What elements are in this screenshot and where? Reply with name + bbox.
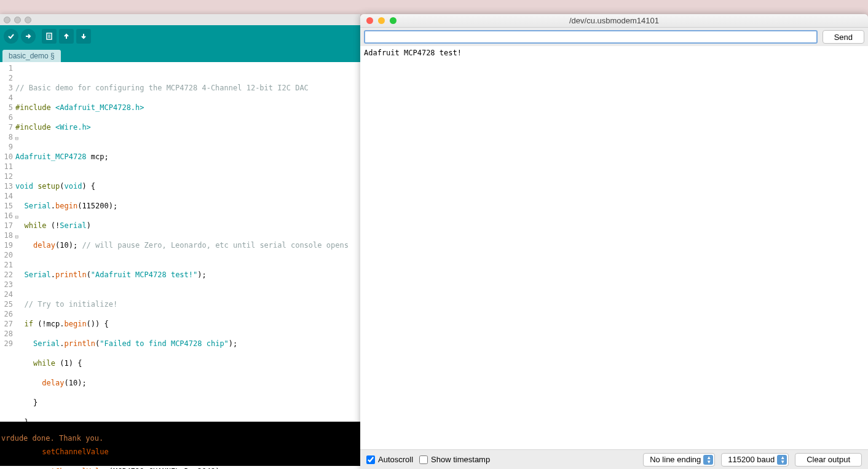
minimize-button[interactable]: [14, 17, 21, 23]
line-number: 4: [0, 93, 13, 103]
save-button[interactable]: [76, 29, 91, 44]
arrow-down-icon: [79, 32, 88, 41]
line-number: 22: [0, 270, 13, 280]
serial-input[interactable]: [364, 30, 818, 44]
close-button[interactable]: [4, 17, 10, 23]
arduino-tabbar: basic_demo §: [0, 47, 360, 62]
serial-titlebar[interactable]: /dev/cu.usbmodem14101: [360, 14, 868, 28]
check-icon: [7, 32, 15, 41]
autoscroll-checkbox-wrap[interactable]: Autoscroll: [366, 455, 413, 464]
autoscroll-label: Autoscroll: [378, 455, 413, 464]
clear-output-button[interactable]: Clear output: [795, 453, 862, 467]
close-button[interactable]: [366, 17, 373, 24]
sketch-tab[interactable]: basic_demo §: [2, 50, 61, 62]
serial-output[interactable]: Adafruit MCP4728 test!: [360, 46, 868, 449]
arrow-right-icon: [24, 32, 33, 41]
chevron-updown-icon: ▲▼: [706, 455, 711, 464]
arduino-ide-window: basic_demo § 1 2 3 4 5 6 7 8⊟ 9 10 11 12…: [0, 14, 360, 469]
fold-icon[interactable]: ⊟: [13, 133, 18, 139]
baud-rate-value: 115200 baud: [728, 455, 775, 464]
code-content[interactable]: // Basic demo for configuring the MCP472…: [15, 62, 349, 422]
line-number: 9: [0, 142, 13, 152]
serial-monitor-window: /dev/cu.usbmodem14101 Send Adafruit MCP4…: [360, 14, 868, 469]
send-button[interactable]: Send: [823, 30, 864, 44]
window-title: /dev/cu.usbmodem14101: [360, 16, 868, 25]
line-number: 21: [0, 260, 13, 270]
line-number: 18⊟: [0, 231, 13, 240]
line-ending-select[interactable]: No line ending ▲▼: [643, 453, 715, 467]
zoom-button[interactable]: [390, 17, 397, 24]
arrow-up-icon: [62, 32, 71, 41]
line-number: 7: [0, 122, 13, 132]
line-number: 29: [0, 339, 13, 349]
timestamp-checkbox[interactable]: [419, 455, 428, 464]
new-button[interactable]: [42, 29, 57, 44]
serial-output-text: Adafruit MCP4728 test!: [364, 49, 462, 57]
fold-icon[interactable]: ⊟: [13, 212, 18, 218]
line-number: 3: [0, 83, 13, 93]
line-number: 11: [0, 162, 13, 171]
verify-button[interactable]: [4, 29, 18, 44]
upload-button[interactable]: [21, 29, 36, 44]
line-number-gutter: 1 2 3 4 5 6 7 8⊟ 9 10 11 12 13 14 15 16⊟…: [0, 62, 15, 422]
code-editor[interactable]: 1 2 3 4 5 6 7 8⊟ 9 10 11 12 13 14 15 16⊟…: [0, 62, 360, 422]
line-number: 13: [0, 181, 13, 191]
arduino-toolbar: [0, 25, 360, 47]
serial-bottom-bar: Autoscroll Show timestamp No line ending…: [360, 449, 868, 469]
open-button[interactable]: [59, 29, 74, 44]
line-number: 17: [0, 221, 13, 231]
line-number: 25: [0, 299, 13, 309]
zoom-button[interactable]: [25, 17, 31, 23]
line-number: 16⊟: [0, 211, 13, 221]
console-text: vrdude done. Thank you.: [1, 434, 103, 443]
line-number: 23: [0, 280, 13, 290]
line-number: 8⊟: [0, 132, 13, 142]
line-number: 1: [0, 63, 13, 73]
line-number: 24: [0, 290, 13, 299]
line-number: 19: [0, 240, 13, 250]
line-number: 2: [0, 73, 13, 83]
autoscroll-checkbox[interactable]: [366, 455, 375, 464]
line-number: 6: [0, 112, 13, 122]
timestamp-label: Show timestamp: [431, 455, 490, 464]
line-number: 12: [0, 171, 13, 181]
file-icon: [45, 32, 53, 41]
fold-icon[interactable]: ⊟: [13, 232, 18, 237]
minimize-button[interactable]: [378, 17, 385, 24]
line-number: 5: [0, 103, 13, 112]
chevron-updown-icon: ▲▼: [780, 455, 785, 464]
line-number: 20: [0, 250, 13, 260]
line-number: 26: [0, 309, 13, 319]
line-ending-value: No line ending: [650, 455, 701, 464]
timestamp-checkbox-wrap[interactable]: Show timestamp: [419, 455, 490, 464]
line-number: 14: [0, 191, 13, 201]
arduino-titlebar: [0, 14, 360, 25]
line-number: 27: [0, 319, 13, 329]
line-number: 10: [0, 152, 13, 162]
baud-rate-select[interactable]: 115200 baud ▲▼: [721, 453, 789, 467]
line-number: 15: [0, 201, 13, 211]
line-number: 28: [0, 329, 13, 339]
serial-input-bar: Send: [360, 28, 868, 46]
